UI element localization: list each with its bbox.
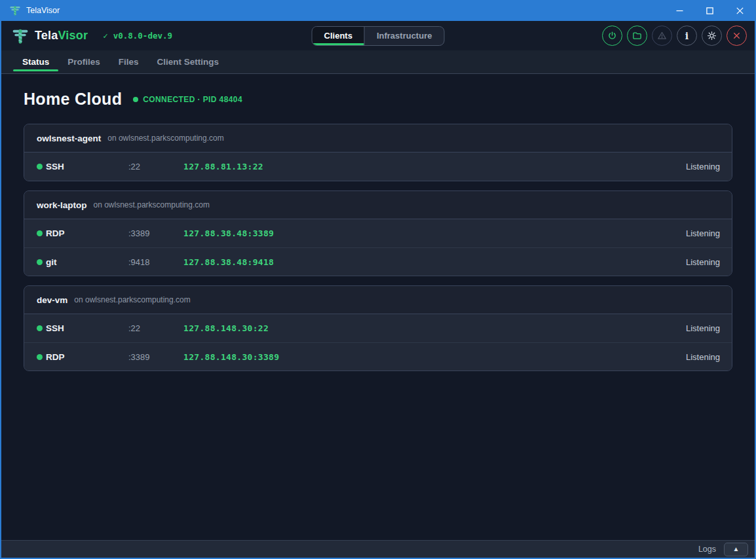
close-app-button[interactable] — [727, 26, 747, 46]
app-header: TelaVisor ✓ v0.8.0-dev.9 Clients Infrast… — [1, 21, 755, 50]
service-name: SSH — [46, 323, 128, 333]
tab-bar: Status Profiles Files Client Settings — [1, 50, 755, 74]
tab-profiles[interactable]: Profiles — [58, 50, 109, 73]
status-dot-icon — [37, 230, 43, 236]
view-toggle: Clients Infrastructure — [312, 26, 445, 46]
service-row: RDP :3389 127.88.148.30:3389 Listening — [24, 342, 732, 370]
app-logo-icon — [9, 5, 21, 16]
power-button[interactable] — [602, 26, 622, 46]
chevron-up-icon: ▲ — [733, 546, 740, 552]
service-port: :9418 — [128, 257, 183, 267]
service-port: :22 — [128, 323, 183, 333]
settings-button[interactable] — [702, 26, 722, 46]
client-name: owlsnest-agent — [37, 134, 101, 143]
client-host: on owlsnest.parkscomputing.com — [94, 200, 210, 209]
service-row: git :9418 127.88.38.48:9418 Listening — [24, 247, 732, 276]
page-title: Home Cloud — [24, 90, 122, 109]
client-card-header: owlsnest-agent on owlsnest.parkscomputin… — [24, 124, 732, 153]
info-icon: i — [685, 31, 689, 41]
app-window: TelaVisor TelaVisor ✓ v0.8.0-dev.9 — [0, 0, 756, 559]
window-title: TelaVisor — [26, 6, 60, 15]
toggle-clients[interactable]: Clients — [312, 27, 364, 45]
connection-status-text: CONNECTED · PID 48404 — [143, 95, 242, 104]
info-button[interactable]: i — [677, 26, 697, 46]
status-dot-icon — [37, 354, 43, 360]
service-name: RDP — [46, 352, 128, 362]
service-name: RDP — [46, 228, 128, 238]
connected-dot-icon — [133, 97, 138, 102]
service-port: :22 — [128, 162, 183, 171]
service-port: :3389 — [128, 352, 183, 362]
warning-button[interactable] — [652, 26, 672, 46]
client-name: dev-vm — [37, 295, 67, 305]
service-state: Listening — [686, 162, 720, 171]
service-state: Listening — [686, 323, 720, 333]
connection-status: CONNECTED · PID 48404 — [133, 95, 242, 104]
service-row: SSH :22 127.88.81.13:22 Listening — [24, 153, 732, 181]
service-rows: SSH :22 127.88.148.30:22 Listening RDP :… — [24, 314, 732, 370]
client-host: on owlsnest.parkscomputing.com — [74, 295, 190, 304]
client-host: on owlsnest.parkscomputing.com — [107, 134, 223, 143]
service-address: 127.88.38.48:9418 — [183, 257, 686, 267]
service-address: 127.88.38.48:3389 — [183, 228, 686, 238]
toggle-infrastructure[interactable]: Infrastructure — [364, 27, 444, 45]
client-card: work-laptop on owlsnest.parkscomputing.c… — [24, 190, 732, 276]
status-dot-icon — [37, 164, 43, 170]
service-state: Listening — [686, 352, 720, 362]
close-window-button[interactable] — [725, 0, 755, 21]
service-state: Listening — [686, 228, 720, 238]
service-address: 127.88.81.13:22 — [183, 162, 686, 171]
service-rows: RDP :3389 127.88.38.48:3389 Listening gi… — [24, 219, 732, 276]
client-cards: owlsnest-agent on owlsnest.parkscomputin… — [24, 124, 732, 371]
brand-name: TelaVisor — [35, 29, 88, 43]
client-card-header: dev-vm on owlsnest.parkscomputing.com — [24, 286, 732, 314]
page-head: Home Cloud CONNECTED · PID 48404 — [24, 90, 732, 109]
service-address: 127.88.148.30:22 — [183, 323, 686, 333]
status-footer: Logs ▲ — [1, 540, 755, 558]
service-state: Listening — [686, 257, 720, 267]
service-port: :3389 — [128, 228, 183, 238]
client-card-header: work-laptop on owlsnest.parkscomputing.c… — [24, 191, 732, 219]
service-rows: SSH :22 127.88.81.13:22 Listening — [24, 153, 732, 181]
header-actions: i — [602, 26, 747, 46]
gear-icon — [707, 31, 717, 41]
telavisor-logo-icon — [12, 27, 29, 45]
status-dot-icon — [37, 259, 43, 265]
logs-label: Logs — [698, 545, 716, 554]
client-card: owlsnest-agent on owlsnest.parkscomputin… — [24, 124, 732, 181]
check-icon: ✓ — [103, 31, 108, 41]
service-row: SSH :22 127.88.148.30:22 Listening — [24, 314, 732, 342]
version-text: ✓ v0.8.0-dev.9 — [103, 31, 172, 41]
service-address: 127.88.148.30:3389 — [183, 352, 686, 362]
tab-status[interactable]: Status — [13, 50, 58, 73]
logs-expand-button[interactable]: ▲ — [724, 543, 748, 556]
maximize-button[interactable] — [694, 0, 725, 21]
client-card: dev-vm on owlsnest.parkscomputing.com SS… — [24, 285, 732, 371]
client-name: work-laptop — [37, 200, 87, 210]
folder-button[interactable] — [627, 26, 647, 46]
tab-client-settings[interactable]: Client Settings — [148, 50, 229, 73]
tab-files[interactable]: Files — [109, 50, 148, 73]
brand: TelaVisor ✓ v0.8.0-dev.9 — [12, 27, 172, 45]
minimize-button[interactable] — [664, 0, 694, 21]
service-name: git — [46, 257, 128, 267]
version-number: v0.8.0-dev.9 — [113, 31, 172, 41]
main-content: Home Cloud CONNECTED · PID 48404 owlsnes… — [1, 74, 755, 540]
status-dot-icon — [37, 325, 43, 331]
service-name: SSH — [46, 162, 128, 171]
service-row: RDP :3389 127.88.38.48:3389 Listening — [24, 219, 732, 247]
os-titlebar[interactable]: TelaVisor — [1, 0, 755, 21]
